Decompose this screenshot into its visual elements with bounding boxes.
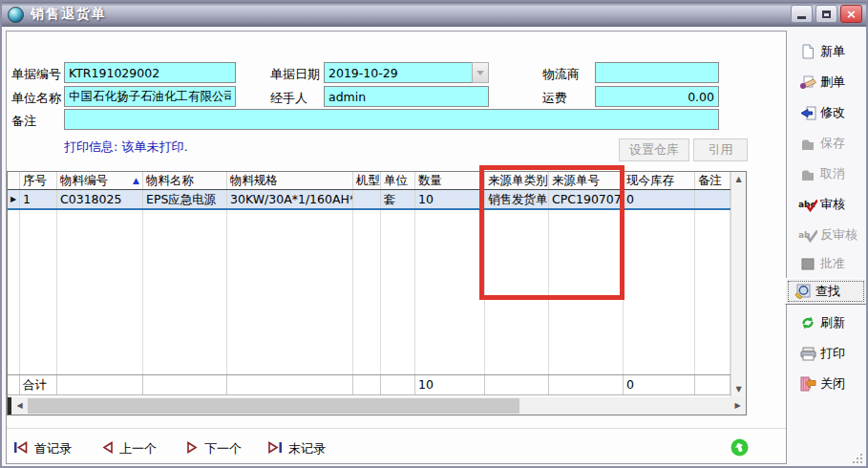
col-header-qty[interactable]: 数量 bbox=[415, 172, 485, 189]
scroll-down-icon[interactable]: ▼ bbox=[731, 382, 746, 397]
reference-button[interactable]: 引用 bbox=[693, 138, 748, 161]
cell-spec[interactable]: 30KW/30A*1/160AH*32 bbox=[227, 190, 353, 208]
total-qty: 10 bbox=[415, 375, 485, 394]
sidebar-button-label: 修改 bbox=[820, 104, 845, 121]
col-header-model[interactable]: 机型 bbox=[353, 172, 381, 189]
hscroll-track[interactable] bbox=[28, 397, 730, 415]
logistics-label: 物流商 bbox=[542, 66, 580, 83]
sidebar-button-label: 批准 bbox=[820, 255, 845, 272]
maximize-button[interactable] bbox=[815, 5, 837, 23]
sidebar-button-label: 新单 bbox=[820, 43, 845, 60]
sidebar-button-find[interactable]: 查找 bbox=[785, 278, 867, 305]
remark-label: 备注 bbox=[11, 113, 36, 130]
sidebar-button-new[interactable]: 新单 bbox=[791, 38, 866, 65]
scroll-right-icon[interactable]: ▶ bbox=[730, 397, 746, 415]
col-header-material-name[interactable]: 物料名称 bbox=[143, 172, 227, 189]
chevron-down-icon bbox=[476, 71, 484, 75]
col-header-material-code[interactable]: 物料编号 ▲ bbox=[57, 172, 143, 189]
approve-icon bbox=[798, 256, 817, 272]
modify-icon bbox=[798, 105, 817, 121]
sidebar-button-label: 审核 bbox=[820, 196, 845, 213]
cell-material-code[interactable]: C0318025 bbox=[57, 190, 143, 208]
remark-input[interactable] bbox=[64, 109, 719, 130]
handler-label: 经手人 bbox=[270, 90, 307, 107]
last-record-label: 末记录 bbox=[288, 440, 326, 457]
table-row[interactable]: ▶ 1 C0318025 EPS应急电源 30KW/30A*1/160AH*32… bbox=[8, 190, 730, 210]
delete-order-icon bbox=[798, 74, 817, 91]
row-selector-icon[interactable]: ▶ bbox=[8, 190, 20, 208]
cell-remark[interactable] bbox=[695, 190, 730, 208]
minimize-icon bbox=[797, 16, 806, 19]
grid-header-row: 序号 物料编号 ▲ 物料名称 物料规格 机型 单位 数量 来源单类别 来源单号 … bbox=[8, 172, 730, 190]
col-header-seq[interactable]: 序号 bbox=[20, 172, 57, 189]
col-header-unit[interactable]: 单位 bbox=[381, 172, 415, 189]
col-header-spec[interactable]: 物料规格 bbox=[227, 172, 353, 189]
sidebar-button-label: 取消 bbox=[820, 165, 845, 182]
col-header-source-no[interactable]: 来源单号 bbox=[549, 172, 624, 189]
previous-record-label: 上一个 bbox=[119, 440, 157, 457]
sidebar-button-label: 刷新 bbox=[820, 314, 845, 331]
cell-source-no[interactable]: CPC190707 bbox=[549, 190, 624, 208]
sidebar-button-audit[interactable]: abc 审核 bbox=[791, 191, 866, 218]
sidebar-button-close-form[interactable]: 关闭 bbox=[791, 371, 866, 397]
sidebar-button-modify[interactable]: 修改 bbox=[791, 99, 866, 126]
cell-stock[interactable]: 0 bbox=[624, 190, 695, 208]
sidebar-button-save: 保存 bbox=[791, 130, 866, 157]
sort-ascending-icon: ▲ bbox=[133, 172, 139, 189]
nav-separator bbox=[7, 428, 786, 429]
logistics-input[interactable] bbox=[595, 62, 719, 83]
find-icon bbox=[794, 284, 813, 300]
scroll-left-icon[interactable]: ◀ bbox=[11, 397, 28, 415]
sidebar-button-refresh[interactable]: 刷新 bbox=[791, 309, 866, 336]
minimize-button[interactable] bbox=[791, 5, 813, 23]
sidebar-button-label: 打印 bbox=[820, 345, 845, 362]
items-grid: 序号 物料编号 ▲ 物料名称 物料规格 机型 单位 数量 来源单类别 来源单号 … bbox=[7, 171, 747, 415]
next-record-label: 下一个 bbox=[204, 440, 242, 457]
next-record-button[interactable]: 下一个 bbox=[186, 437, 242, 460]
company-label: 单位名称 bbox=[11, 90, 61, 107]
new-doc-icon bbox=[798, 44, 817, 60]
grid-corner bbox=[8, 172, 20, 189]
first-record-icon bbox=[13, 441, 29, 457]
col-header-source-type[interactable]: 来源单类别 bbox=[485, 172, 549, 189]
cell-seq[interactable]: 1 bbox=[20, 190, 57, 208]
cell-model[interactable] bbox=[353, 190, 381, 208]
titlebar[interactable]: 销售退货单 × bbox=[2, 2, 866, 27]
cell-material-name[interactable]: EPS应急电源 bbox=[143, 190, 227, 208]
freight-input[interactable] bbox=[595, 86, 719, 107]
sidebar-button-cancel: 取消 bbox=[791, 160, 866, 187]
total-stock: 0 bbox=[624, 375, 695, 394]
set-warehouse-button[interactable]: 设置仓库 bbox=[619, 138, 689, 161]
sidebar-button-label: 保存 bbox=[820, 135, 845, 152]
hscroll-thumb[interactable] bbox=[28, 398, 519, 414]
sidebar-button-approve: 批准 bbox=[791, 250, 866, 277]
cell-unit[interactable]: 套 bbox=[381, 190, 415, 208]
last-record-button[interactable]: 末记录 bbox=[267, 437, 326, 460]
cell-qty[interactable]: 10 bbox=[415, 190, 485, 208]
scroll-up-icon[interactable]: ▲ bbox=[731, 172, 746, 187]
doc-date-combo[interactable] bbox=[324, 62, 489, 83]
col-header-remark[interactable]: 备注 bbox=[695, 172, 730, 189]
first-record-label: 首记录 bbox=[34, 440, 72, 457]
first-record-button[interactable]: 首记录 bbox=[13, 437, 72, 460]
cell-source-type[interactable]: 销售发货单 bbox=[485, 190, 549, 208]
previous-record-button[interactable]: 上一个 bbox=[101, 437, 157, 460]
print-icon bbox=[798, 346, 817, 362]
sidebar-button-delete[interactable]: 删单 bbox=[791, 69, 866, 96]
last-record-icon bbox=[267, 441, 283, 457]
sidebar-button-label: 反审核 bbox=[820, 226, 857, 244]
doc-date-label: 单据日期 bbox=[270, 66, 320, 83]
doc-date-input[interactable] bbox=[324, 62, 472, 83]
handler-input[interactable] bbox=[324, 86, 489, 107]
doc-no-label: 单据编号 bbox=[11, 66, 61, 83]
company-input[interactable] bbox=[64, 86, 236, 107]
close-button[interactable]: × bbox=[840, 5, 862, 23]
sidebar-button-print[interactable]: 打印 bbox=[791, 340, 866, 367]
horizontal-scrollbar[interactable]: ◀ ▶ bbox=[8, 397, 746, 415]
doc-no-input[interactable] bbox=[64, 62, 236, 83]
sidebar-button-reverse-audit: ab 反审核 bbox=[791, 222, 866, 248]
doc-date-dropdown-button[interactable] bbox=[472, 62, 489, 83]
vertical-scrollbar[interactable]: ▲ ▼ bbox=[730, 172, 746, 397]
col-header-stock[interactable]: 现今库存 bbox=[624, 172, 695, 189]
resize-grip[interactable] bbox=[853, 453, 863, 463]
